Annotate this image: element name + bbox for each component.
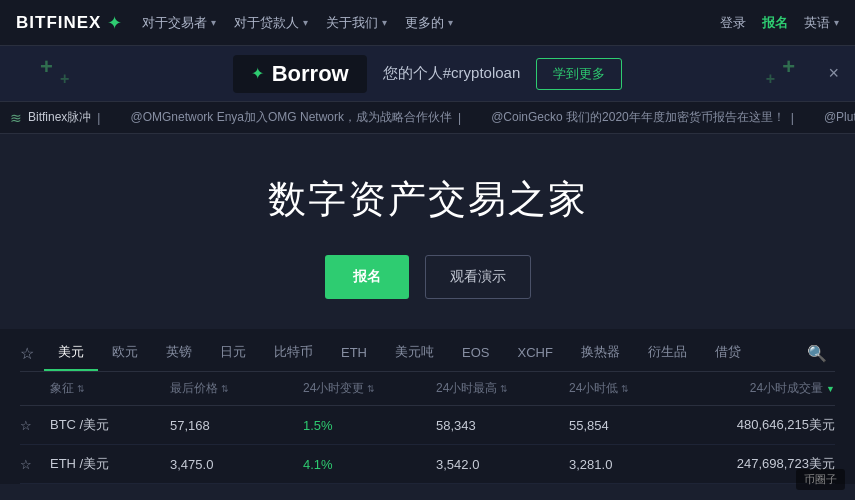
ticker-separator-1: | <box>97 111 100 125</box>
search-icon[interactable]: 🔍 <box>799 336 835 371</box>
ticker-text-2: @OMGnetwork Enya加入OMG Network，成为战略合作伙伴 <box>130 109 452 126</box>
tab-derivatives[interactable]: 衍生品 <box>634 335 701 371</box>
hero-register-button[interactable]: 报名 <box>325 255 409 299</box>
row-volume-btc: 480,646,215美元 <box>702 416 835 434</box>
row-low-btc: 55,854 <box>569 418 702 433</box>
hero-section: 数字资产交易之家 报名 观看演示 <box>0 134 855 329</box>
close-icon[interactable]: × <box>828 63 839 84</box>
header-right: 登录 报名 英语 ▾ <box>720 14 839 32</box>
row-change-btc: 1.5% <box>303 418 436 433</box>
nav-label-about: 关于我们 <box>326 14 378 32</box>
chevron-down-icon: ▾ <box>211 17 216 28</box>
ticker-separator-2: | <box>458 111 461 125</box>
chevron-down-icon: ▾ <box>834 17 839 28</box>
nav-item-lenders[interactable]: 对于贷款人 ▾ <box>234 14 308 32</box>
hero-title: 数字资产交易之家 <box>268 174 588 225</box>
wave-icon: ≋ <box>10 110 22 126</box>
th-volume: 24小时成交量 ▼ <box>702 380 835 397</box>
logo-text: BITFINEX <box>16 13 101 33</box>
news-ticker: ≋ Bitfinex脉冲 | @OMGnetwork Enya加入OMG Net… <box>0 102 855 134</box>
tab-usd[interactable]: 美元 <box>44 335 98 371</box>
th-low: 24小时低 ⇅ <box>569 380 702 397</box>
promo-banner: + + + + ✦ Borrow 您的个人#cryptoloan 学到更多 × <box>0 46 855 102</box>
decorative-plus-4: + <box>766 70 775 88</box>
sort-icon-volume[interactable]: ▼ <box>826 384 835 394</box>
nav-item-about[interactable]: 关于我们 ▾ <box>326 14 387 32</box>
language-label: 英语 <box>804 14 830 32</box>
nav-label-traders: 对于交易者 <box>142 14 207 32</box>
decorative-plus-2: + <box>60 70 69 88</box>
ticker-separator-3: | <box>791 111 794 125</box>
th-symbol-label: 象征 <box>50 380 74 397</box>
tab-eth[interactable]: ETH <box>327 337 381 370</box>
nav-item-traders[interactable]: 对于交易者 ▾ <box>142 14 216 32</box>
table-header: 象征 ⇅ 最后价格 ⇅ 24小时变更 ⇅ 24小时最高 ⇅ 24小时低 ⇅ 24… <box>20 372 835 406</box>
sort-icon-symbol[interactable]: ⇅ <box>77 384 85 394</box>
row-high-eth: 3,542.0 <box>436 457 569 472</box>
tab-eur[interactable]: 欧元 <box>98 335 152 371</box>
logo-icon: ✦ <box>107 12 122 34</box>
market-tabs: ☆ 美元 欧元 英镑 日元 比特币 ETH 美元吨 EOS XCHF 换热器 衍… <box>20 329 835 372</box>
sort-icon-price[interactable]: ⇅ <box>221 384 229 394</box>
watermark: 币圈子 <box>796 469 845 490</box>
banner-subtitle: 您的个人#cryptoloan <box>383 64 521 83</box>
row-symbol-btc: BTC /美元 <box>50 416 170 434</box>
header: BITFINEX ✦ 对于交易者 ▾ 对于贷款人 ▾ 关于我们 ▾ 更多的 ▾ … <box>0 0 855 46</box>
nav-label-more: 更多的 <box>405 14 444 32</box>
table-row[interactable]: ☆ ETH /美元 3,475.0 4.1% 3,542.0 3,281.0 2… <box>20 445 835 484</box>
tab-usdt[interactable]: 美元吨 <box>381 335 448 371</box>
th-volume-label: 24小时成交量 <box>750 380 823 397</box>
sort-icon-low[interactable]: ⇅ <box>621 384 629 394</box>
market-section: ☆ 美元 欧元 英镑 日元 比特币 ETH 美元吨 EOS XCHF 换热器 衍… <box>0 329 855 484</box>
th-change: 24小时变更 ⇅ <box>303 380 436 397</box>
learn-more-button[interactable]: 学到更多 <box>536 58 622 90</box>
tab-lending[interactable]: 借贷 <box>701 335 755 371</box>
tab-jpy[interactable]: 日元 <box>206 335 260 371</box>
ticker-item-2: @OMGnetwork Enya加入OMG Network，成为战略合作伙伴 | <box>130 109 461 126</box>
table-row[interactable]: ☆ BTC /美元 57,168 1.5% 58,343 55,854 480,… <box>20 406 835 445</box>
sort-icon-change[interactable]: ⇅ <box>367 384 375 394</box>
th-high-label: 24小时最高 <box>436 380 497 397</box>
favorites-star-icon[interactable]: ☆ <box>20 344 34 363</box>
banner-brand-text: Borrow <box>272 61 349 87</box>
th-price: 最后价格 ⇅ <box>170 380 303 397</box>
tab-gbp[interactable]: 英镑 <box>152 335 206 371</box>
register-button[interactable]: 报名 <box>762 14 788 32</box>
th-price-label: 最后价格 <box>170 380 218 397</box>
row-price-btc: 57,168 <box>170 418 303 433</box>
nav-item-more[interactable]: 更多的 ▾ <box>405 14 453 32</box>
hero-buttons: 报名 观看演示 <box>325 255 531 299</box>
sort-icon-high[interactable]: ⇅ <box>500 384 508 394</box>
banner-brand-box: ✦ Borrow <box>233 55 367 93</box>
row-price-eth: 3,475.0 <box>170 457 303 472</box>
row-star-eth[interactable]: ☆ <box>20 457 50 472</box>
logo: BITFINEX ✦ <box>16 12 122 34</box>
language-selector[interactable]: 英语 ▾ <box>804 14 839 32</box>
hero-demo-button[interactable]: 观看演示 <box>425 255 531 299</box>
row-star-btc[interactable]: ☆ <box>20 418 50 433</box>
header-left: BITFINEX ✦ 对于交易者 ▾ 对于贷款人 ▾ 关于我们 ▾ 更多的 ▾ <box>16 12 453 34</box>
login-button[interactable]: 登录 <box>720 14 746 32</box>
tab-xchf[interactable]: XCHF <box>503 337 566 370</box>
ticker-item-3: @CoinGecko 我们的2020年年度加密货币报告在这里！ | <box>491 109 794 126</box>
borrow-brand-icon: ✦ <box>251 64 264 83</box>
decorative-plus-3: + <box>782 54 795 80</box>
ticker-text-3: @CoinGecko 我们的2020年年度加密货币报告在这里！ <box>491 109 785 126</box>
tab-exchange[interactable]: 换热器 <box>567 335 634 371</box>
ticker-item-4: @Plutus PLIP | Pluton流动 <box>824 109 855 126</box>
decorative-plus-1: + <box>40 54 53 80</box>
row-change-eth: 4.1% <box>303 457 436 472</box>
tab-btc[interactable]: 比特币 <box>260 335 327 371</box>
row-symbol-eth: ETH /美元 <box>50 455 170 473</box>
ticker-item-1: ≋ Bitfinex脉冲 | <box>10 109 100 126</box>
th-high: 24小时最高 ⇅ <box>436 380 569 397</box>
nav-menu: 对于交易者 ▾ 对于贷款人 ▾ 关于我们 ▾ 更多的 ▾ <box>142 14 453 32</box>
chevron-down-icon: ▾ <box>448 17 453 28</box>
row-high-btc: 58,343 <box>436 418 569 433</box>
th-symbol: 象征 ⇅ <box>50 380 170 397</box>
th-change-label: 24小时变更 <box>303 380 364 397</box>
row-low-eth: 3,281.0 <box>569 457 702 472</box>
th-star <box>20 380 50 397</box>
tab-eos[interactable]: EOS <box>448 337 503 370</box>
nav-label-lenders: 对于贷款人 <box>234 14 299 32</box>
